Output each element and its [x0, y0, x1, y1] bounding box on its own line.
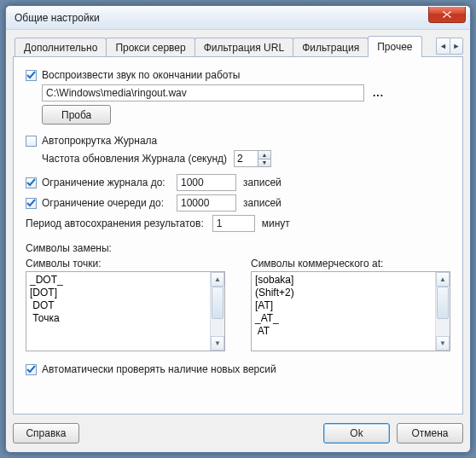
list-item[interactable]: [AT] — [253, 299, 448, 312]
client-area: Дополнительно Прокси сервер Фильтрация U… — [13, 37, 463, 415]
autoupdate-checkbox[interactable] — [26, 364, 37, 375]
queue-limit-input[interactable] — [177, 194, 236, 212]
journal-limit-unit: записей — [243, 177, 282, 188]
queue-limit-unit: записей — [243, 197, 282, 209]
scrollbar[interactable]: ▲ ▼ — [435, 272, 450, 351]
ok-button[interactable]: Ok — [323, 423, 390, 444]
list-item[interactable]: (Shift+2) — [253, 287, 448, 299]
check-icon — [26, 71, 36, 80]
queue-limit-label: Ограничение очереди до: — [42, 197, 177, 209]
scroll-up-icon[interactable]: ▲ — [436, 272, 450, 287]
tab-other[interactable]: Прочее — [368, 36, 421, 56]
check-icon — [26, 199, 36, 208]
autoupdate-label: Автоматически проверять наличие новых ве… — [42, 363, 276, 375]
browse-sound-button[interactable]: ... — [369, 87, 387, 99]
list-item[interactable]: [DOT] — [28, 287, 223, 299]
spinner-down[interactable]: ▼ — [258, 159, 270, 167]
tab-url-filter[interactable]: Фильтрация URL — [194, 38, 293, 56]
settings-window: Общие настройки Дополнительно Прокси сер… — [5, 5, 471, 453]
dot-symbols-list[interactable]: _DOT_ [DOT] DOT Точка ▲ ▼ — [26, 271, 225, 351]
list-item[interactable]: [sobaka] — [253, 274, 448, 287]
refresh-freq-spinner[interactable]: ▲ ▼ — [234, 150, 271, 167]
scroll-down-icon[interactable]: ▼ — [211, 336, 224, 351]
tab-filter[interactable]: Фильтрация — [293, 38, 369, 56]
list-item[interactable]: _AT_ — [253, 312, 448, 325]
replace-lists: Символы точки: _DOT_ [DOT] DOT Точка ▲ ▼ — [26, 258, 450, 351]
list-item[interactable]: Точка — [28, 312, 223, 325]
check-icon — [26, 178, 36, 188]
help-button[interactable]: Справка — [13, 423, 79, 444]
close-button[interactable] — [428, 7, 466, 23]
scroll-down-icon[interactable]: ▼ — [436, 336, 450, 351]
replace-header: Символы замены: — [26, 242, 112, 254]
at-symbols-list[interactable]: [sobaka] (Shift+2) [AT] _AT_ AT ▲ ▼ — [251, 271, 450, 351]
close-icon — [442, 10, 452, 19]
scroll-thumb[interactable] — [212, 287, 223, 319]
tab-page-other: Воспроизвести звук по окончании работы .… — [13, 57, 463, 415]
tab-scroll-right[interactable]: ► — [450, 38, 463, 55]
list-item[interactable]: DOT — [28, 299, 223, 312]
autoscroll-label: Автопрокрутка Журнала — [42, 135, 157, 147]
play-sound-checkbox[interactable] — [26, 70, 37, 81]
spinner-up[interactable]: ▲ — [258, 151, 270, 159]
autosave-input[interactable] — [212, 215, 255, 232]
scroll-up-icon[interactable]: ▲ — [211, 272, 224, 287]
refresh-freq-input[interactable] — [234, 150, 258, 167]
tab-strip: Дополнительно Прокси сервер Фильтрация U… — [13, 37, 463, 57]
journal-limit-label: Ограничение журнала до: — [42, 177, 177, 188]
autoscroll-checkbox[interactable] — [26, 136, 37, 147]
list-item[interactable]: AT — [253, 325, 448, 338]
journal-limit-input[interactable] — [177, 174, 236, 191]
button-bar: Справка Ok Отмена — [13, 421, 463, 445]
play-sound-label: Воспроизвести звук по окончании работы — [42, 69, 240, 81]
window-title: Общие настройки — [15, 12, 100, 24]
scroll-thumb[interactable] — [437, 287, 449, 319]
scrollbar[interactable]: ▲ ▼ — [210, 272, 224, 351]
check-icon — [26, 365, 36, 374]
tab-scroll-left[interactable]: ◄ — [436, 38, 450, 55]
autosave-unit: минут — [262, 217, 290, 229]
test-sound-button[interactable]: Проба — [42, 105, 111, 125]
sound-path-input[interactable] — [42, 84, 364, 101]
tab-proxy[interactable]: Прокси сервер — [106, 38, 194, 56]
at-symbols-label: Символы коммерческого at: — [251, 258, 450, 270]
list-item[interactable]: _DOT_ — [28, 274, 223, 287]
tab-scroll: ◄ ► — [436, 37, 463, 55]
refresh-freq-label: Частота обновления Журнала (секунд) — [42, 153, 227, 165]
autosave-label: Период автосохранения результатов: — [26, 217, 204, 229]
queue-limit-checkbox[interactable] — [26, 198, 37, 209]
tab-additional[interactable]: Дополнительно — [15, 38, 107, 56]
journal-limit-checkbox[interactable] — [26, 177, 37, 188]
cancel-button[interactable]: Отмена — [397, 423, 463, 444]
titlebar[interactable]: Общие настройки — [6, 6, 470, 30]
dot-symbols-label: Символы точки: — [26, 258, 225, 270]
